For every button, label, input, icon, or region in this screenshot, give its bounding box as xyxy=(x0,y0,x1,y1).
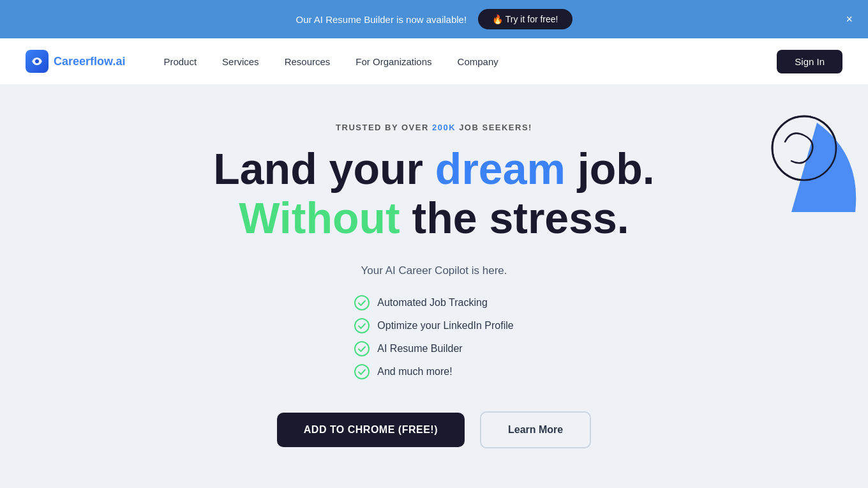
feature-label-1: Automated Job Tracking xyxy=(377,297,488,309)
decorative-shape xyxy=(753,103,868,231)
check-icon-3 xyxy=(354,341,370,356)
banner-text: Our AI Resume Builder is now available! xyxy=(296,14,467,25)
feature-item-2: Optimize your LinkedIn Profile xyxy=(354,318,513,333)
svg-point-7 xyxy=(355,365,369,379)
add-to-chrome-button[interactable]: ADD TO CHROME (FREE!) xyxy=(277,413,465,447)
hero-title-line1: Land your dream job. xyxy=(213,145,654,193)
check-icon-1 xyxy=(354,295,370,310)
hero-section: TRUSTED BY OVER 200K JOB SEEKERS! Land y… xyxy=(0,84,868,488)
banner-close-button[interactable]: × xyxy=(846,13,853,25)
nav-item-product[interactable]: Product xyxy=(163,56,197,67)
banner-cta-button[interactable]: 🔥 Try it for free! xyxy=(478,9,572,29)
logo-text: Careerflow.ai xyxy=(54,55,125,68)
sign-in-button[interactable]: Sign In xyxy=(777,50,842,73)
feature-label-4: And much more! xyxy=(377,366,452,377)
cta-buttons: ADD TO CHROME (FREE!) Learn More xyxy=(277,411,591,448)
svg-point-1 xyxy=(35,59,39,63)
features-list: Automated Job Tracking Optimize your Lin… xyxy=(354,295,513,379)
svg-point-5 xyxy=(355,319,369,333)
trusted-text: TRUSTED BY OVER 200K JOB SEEKERS! xyxy=(336,123,532,132)
nav-item-company[interactable]: Company xyxy=(458,56,498,67)
nav-item-for-organizations[interactable]: For Organizations xyxy=(355,56,431,67)
feature-item-3: AI Resume Builder xyxy=(354,341,462,356)
announcement-banner: Our AI Resume Builder is now available! … xyxy=(0,0,868,38)
nav-item-services[interactable]: Services xyxy=(222,56,259,67)
feature-item-4: And much more! xyxy=(354,364,452,379)
feature-label-3: AI Resume Builder xyxy=(377,343,462,355)
nav-links: Product Services Resources For Organizat… xyxy=(163,56,777,67)
hero-subtitle: Your AI Career Copilot is here. xyxy=(361,264,507,277)
hero-title-line2: Without the stress. xyxy=(213,193,654,243)
feature-item-1: Automated Job Tracking xyxy=(354,295,488,310)
feature-label-2: Optimize your LinkedIn Profile xyxy=(377,320,513,332)
logo-link[interactable]: Careerflow.ai xyxy=(26,50,125,73)
nav-item-resources[interactable]: Resources xyxy=(285,56,331,67)
svg-point-4 xyxy=(355,296,369,310)
check-icon-2 xyxy=(354,318,370,333)
hero-title: Land your dream job. Without the stress. xyxy=(213,145,654,243)
check-icon-4 xyxy=(354,364,370,379)
logo-icon xyxy=(26,50,49,73)
navbar: Careerflow.ai Product Services Resources… xyxy=(0,38,868,84)
svg-point-6 xyxy=(355,342,369,356)
learn-more-button[interactable]: Learn More xyxy=(480,411,591,448)
